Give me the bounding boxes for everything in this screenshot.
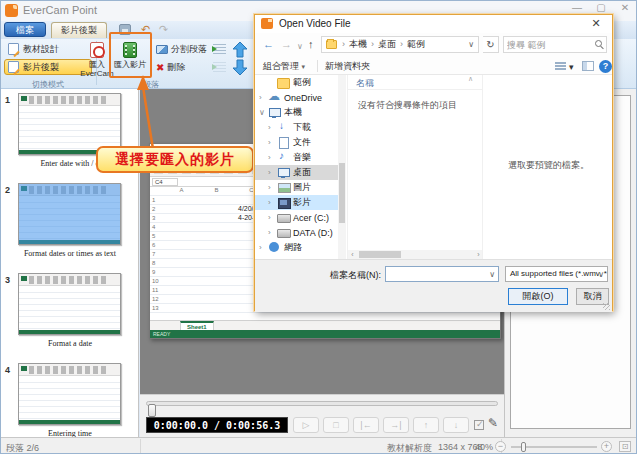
tree-item-label[interactable]: OneDrive xyxy=(284,93,322,103)
tree-item-label[interactable]: 下載 xyxy=(293,121,311,134)
tree-item[interactable]: › Acer (C:) xyxy=(255,210,338,225)
refresh-button[interactable]: ↻ xyxy=(483,36,499,53)
help-button[interactable]: ? xyxy=(599,60,612,73)
tree-item[interactable]: › 影片 xyxy=(255,195,338,210)
hscroll-thumb[interactable] xyxy=(359,251,401,258)
tree-item[interactable]: › 桌面 xyxy=(255,165,338,180)
move-down-button[interactable] xyxy=(232,59,248,76)
segment-up-button[interactable]: ↑ xyxy=(413,417,439,433)
play-button[interactable]: ▷ xyxy=(293,417,319,433)
open-button[interactable]: 開啟(O) xyxy=(508,288,568,305)
timeline-checkbox[interactable] xyxy=(474,420,484,430)
tree-scrollbar-thumb[interactable] xyxy=(339,163,345,223)
forward-button[interactable]: → xyxy=(281,37,292,51)
tree-expander-icon[interactable]: › xyxy=(268,168,277,177)
empty-list-message: 沒有符合搜尋條件的項目 xyxy=(358,99,457,112)
search-input[interactable] xyxy=(507,38,591,51)
seek-slider[interactable] xyxy=(146,401,498,406)
tree-item[interactable]: › 網路 xyxy=(255,240,338,255)
tree-expander-icon[interactable]: › xyxy=(259,93,268,102)
tree-item[interactable]: › DATA (D:) xyxy=(255,225,338,240)
step-back-button[interactable]: |← xyxy=(353,417,379,433)
breadcrumb-segment[interactable]: 桌面 xyxy=(369,38,398,51)
slide-number: 4 xyxy=(5,365,10,375)
name-column-header[interactable]: 名稱 ∧ xyxy=(348,75,483,90)
merge-up-button[interactable] xyxy=(213,42,226,56)
breadcrumb[interactable]: 本機 桌面 範例 ∨ xyxy=(321,36,479,53)
open-video-dialog: Open Video File ✕ ← → ∨ ↑ 本機 桌面 範例 ∨ ↻ 組… xyxy=(254,14,613,311)
tree-item-label[interactable]: Acer (C:) xyxy=(293,213,329,223)
filename-dropdown-icon[interactable]: ∨ xyxy=(489,270,495,279)
tree-item-label[interactable]: DATA (D:) xyxy=(293,228,333,238)
tree-expander-icon[interactable]: › xyxy=(268,213,277,222)
slide-thumbnail[interactable] xyxy=(18,363,121,425)
file-tab-button[interactable]: 檔案 xyxy=(4,22,46,37)
tree-item[interactable]: › 下載 xyxy=(255,120,338,135)
zoom-slider-handle[interactable] xyxy=(521,442,526,452)
hscroll-left-icon[interactable]: ‹ xyxy=(348,251,357,258)
tree-expander-icon[interactable]: › xyxy=(268,138,277,147)
tree-scrollbar[interactable] xyxy=(338,75,346,259)
fit-view-button[interactable]: ⊡ xyxy=(619,441,631,452)
breadcrumb-segment[interactable]: 範例 xyxy=(398,38,427,51)
move-up-button[interactable] xyxy=(232,41,248,58)
tree-expander-icon[interactable]: › xyxy=(268,183,277,192)
new-folder-button[interactable]: 新增資料夾 xyxy=(325,60,370,73)
minimize-button[interactable]: — xyxy=(570,2,584,13)
up-button[interactable]: ↑ xyxy=(308,37,314,51)
tree-item[interactable]: › OneDrive xyxy=(255,90,338,105)
tree-expander-icon[interactable]: › xyxy=(268,198,277,207)
slide-number: 3 xyxy=(5,275,10,285)
slide-thumbnail[interactable] xyxy=(18,273,121,335)
slide-thumbnail[interactable] xyxy=(18,183,121,245)
file-type-select[interactable]: All supported files (*.wmv, *.m ∨ xyxy=(505,266,608,282)
tree-item-icon xyxy=(268,92,281,103)
tree-item-label[interactable]: 文件 xyxy=(293,136,311,149)
tree-item[interactable]: ∨ 本機 xyxy=(255,105,338,120)
history-dropdown-icon[interactable]: ∨ xyxy=(297,40,303,54)
restore-button[interactable]: ▢ xyxy=(594,2,608,13)
resize-grip[interactable] xyxy=(603,303,610,310)
tree-item-label[interactable]: 桌面 xyxy=(293,166,311,179)
tree-item[interactable]: 範例 xyxy=(255,75,338,90)
tree-item[interactable]: › 圖片 xyxy=(255,180,338,195)
preview-pane-icon[interactable] xyxy=(582,61,594,71)
breadcrumb-segment[interactable]: 本機 xyxy=(340,38,369,51)
redo-icon[interactable]: ↷ xyxy=(159,23,168,36)
filename-combobox[interactable]: ∨ xyxy=(385,266,499,282)
seek-handle[interactable] xyxy=(148,404,156,417)
close-button[interactable]: ✕ xyxy=(618,2,632,13)
tree-item-label[interactable]: 圖片 xyxy=(293,181,311,194)
search-box[interactable] xyxy=(503,36,607,53)
tree-item-label[interactable]: 音樂 xyxy=(293,151,311,164)
tree-item-label[interactable]: 範例 xyxy=(293,76,311,89)
step-forward-button[interactable]: →| xyxy=(383,417,409,433)
address-dropdown-icon[interactable]: ∨ xyxy=(468,40,478,49)
tree-item-label[interactable]: 影片 xyxy=(293,196,311,209)
delete-segment-button[interactable]: ✖ 刪除 xyxy=(156,60,185,74)
back-button[interactable]: ← xyxy=(263,37,274,51)
dialog-close-button[interactable]: ✕ xyxy=(588,17,604,30)
tree-item[interactable]: › 文件 xyxy=(255,135,338,150)
merge-down-button[interactable] xyxy=(213,60,226,74)
tree-expander-icon[interactable]: › xyxy=(268,228,277,237)
stop-button[interactable]: □ xyxy=(323,417,349,433)
segment-down-button[interactable]: ↓ xyxy=(443,417,469,433)
tree-expander-icon[interactable]: › xyxy=(268,123,277,132)
pen-icon[interactable]: ✎ xyxy=(488,416,498,430)
organize-button[interactable]: 組合管理 ▾ xyxy=(263,60,305,73)
tree-item[interactable]: › 音樂 xyxy=(255,150,338,165)
tree-item-label[interactable]: 本機 xyxy=(284,106,302,119)
tree-expander-icon[interactable]: ∨ xyxy=(259,108,268,117)
zoom-out-button[interactable]: − xyxy=(495,441,506,452)
tab-video-postproduction[interactable]: 影片後製 xyxy=(51,22,107,38)
tree-item-label[interactable]: 網路 xyxy=(284,241,302,254)
split-segment-button[interactable]: 分割段落 xyxy=(156,42,207,56)
zoom-slider[interactable] xyxy=(511,446,597,448)
horizontal-scrollbar[interactable]: ‹ › xyxy=(348,250,483,259)
tree-expander-icon[interactable]: › xyxy=(259,243,268,252)
view-mode-dropdown-icon[interactable]: ▾ xyxy=(569,62,574,72)
zoom-in-button[interactable]: + xyxy=(601,441,612,452)
tree-expander-icon[interactable]: › xyxy=(268,153,277,162)
view-mode-icon[interactable] xyxy=(555,62,566,71)
